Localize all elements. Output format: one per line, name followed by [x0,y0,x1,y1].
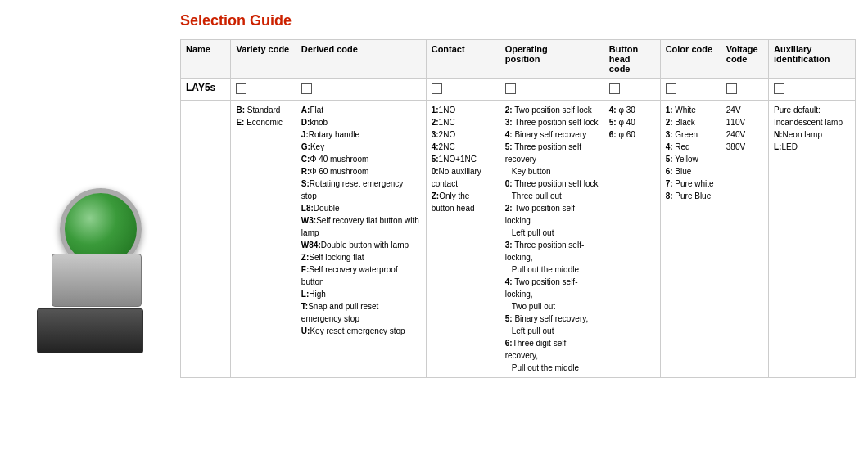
op-4b: 4: Two position self-locking, [505,276,599,300]
auxiliary-checkbox-cell [769,79,856,101]
operating-checkbox [505,83,516,94]
voltage-checkbox [726,83,737,94]
col-operating: Operatingposition [500,40,604,79]
contact-data-cell: 1:1NO 2:1NC 3:2NO 4:2NC 5:1NO+1NC 0:No a… [426,101,500,378]
derived-j: J:Rotary handle [301,128,421,141]
aux-incandescent: Incandescent lamp [774,116,850,128]
voltage-24: 24V [726,104,763,116]
auxiliary-data-cell: Pure default: Incandescent lamp N:Neon l… [769,101,856,378]
derived-d: D:knob [301,116,421,128]
op-6a: 6:Three digit self recovery, [505,337,599,362]
product-image-panel [12,12,172,438]
selection-guide-panel: Selection Guide Name Variety code Derive… [180,12,856,438]
op-2b: 2: Two position self locking [505,202,599,227]
variety-checkbox [236,83,246,94]
contact-5: 5:1NO+1NC [432,153,495,165]
variety-data-cell: B: Standard E: Economic [231,101,296,378]
op-0b: Three pull out [505,190,599,202]
col-voltage: Voltage code [721,40,768,79]
derived-checkbox [301,83,312,94]
derived-w84: W84:Double button with lamp [301,239,421,251]
color-3: 3: Green [666,128,716,141]
aux-l: L:LED [774,141,850,153]
op-2c: Left pull out [505,227,599,239]
col-color: Color code [660,40,721,79]
derived-u: U:Key reset emergency stop [301,325,421,337]
voltage-110: 110V [726,116,763,128]
color-2: 2: Black [666,116,716,128]
variety-b: B: Standard [236,104,290,116]
name-data-cell [181,101,231,378]
button-head-checkbox-cell [604,79,660,101]
op-5d: Left pull out [505,325,599,337]
col-auxiliary: Auxiliaryidentification [769,40,856,79]
contact-1: 1:1NO [432,104,495,116]
voltage-checkbox-cell [721,79,768,101]
derived-z: Z:Self locking flat [301,251,421,263]
derived-r: R:Φ 60 mushroom [301,165,421,178]
op-5a: 5: Three position self recovery [505,141,599,165]
contact-4: 4:2NC [432,141,495,153]
op-3b: 3: Three position self-locking, [505,239,599,263]
col-contact: Contact [426,40,500,79]
derived-s: S:Rotating reset emergency stop [301,178,421,202]
voltage-240: 240V [726,128,763,141]
product-row: LAY5s [181,79,856,101]
operating-data-cell: 2: Two position self lock 3: Three posit… [500,101,604,378]
contact-checkbox-cell [426,79,500,101]
color-checkbox [666,83,676,94]
bh-6: 6: φ 60 [609,128,655,141]
aux-default-label: Pure default: [774,104,850,116]
page-title: Selection Guide [180,12,856,29]
contact-3: 3:2NO [432,128,495,141]
op-4a: 4: Binary self recovery [505,128,599,141]
col-button-head: Button headcode [604,40,660,79]
derived-w3: W3:Self recovery flat button with lamp [301,214,421,239]
product-image [31,180,154,303]
color-5: 5: Yellow [666,153,716,165]
button-head-checkbox [609,83,620,94]
op-5b: Key button [505,165,599,178]
color-1: 1: White [666,104,716,116]
data-row: B: Standard E: Economic A:Flat D:knob J:… [181,101,856,378]
col-derived: Derived code [296,40,426,79]
derived-l: L:High [301,288,421,300]
op-4c: Two pull out [505,300,599,313]
op-3c: Pull out the middle [505,263,599,276]
color-checkbox-cell [660,79,721,101]
bh-4: 4: φ 30 [609,104,655,116]
product-name-cell: LAY5s [181,79,231,101]
contact-checkbox [432,83,442,94]
variety-e: E: Economic [236,116,290,128]
bh-5: 5: φ 40 [609,116,655,128]
color-7: 7: Pure white [666,178,716,190]
op-3a: 3: Three position self lock [505,116,599,128]
op-5c: 5: Binary self recovery, [505,313,599,325]
col-variety: Variety code [231,40,296,79]
variety-checkbox-cell [231,79,296,101]
derived-t: T:Snap and pull reset emergency stop [301,300,421,325]
selection-guide-table: Name Variety code Derived code Contact O… [180,39,856,378]
aux-n: N:Neon lamp [774,128,850,141]
voltage-380: 380V [726,141,763,153]
contact-2: 2:1NC [432,116,495,128]
operating-checkbox-cell [500,79,604,101]
button-head-data-cell: 4: φ 30 5: φ 40 6: φ 60 [604,101,660,378]
derived-c: C:Φ 40 mushroom [301,153,421,165]
color-data-cell: 1: White 2: Black 3: Green 4: Red 5: Yel… [660,101,721,378]
derived-g: G:Key [301,141,421,153]
derived-a: A:Flat [301,104,421,116]
color-4: 4: Red [666,141,716,153]
color-6: 6: Blue [666,165,716,178]
op-6b: Pull out the middle [505,362,599,374]
voltage-data-cell: 24V 110V 240V 380V [721,101,768,378]
contact-z: Z:Only the button head [432,190,495,214]
color-8: 8: Pure Blue [666,190,716,202]
derived-f: F:Self recovery waterproof button [301,263,421,288]
derived-checkbox-cell [296,79,426,101]
contact-0: 0:No auxiliary contact [432,165,495,190]
op-0a: 0: Three position self lock [505,178,599,190]
derived-l8: L8:Double [301,202,421,214]
op-2a: 2: Two position self lock [505,104,599,116]
derived-data-cell: A:Flat D:knob J:Rotary handle G:Key C:Φ … [296,101,426,378]
